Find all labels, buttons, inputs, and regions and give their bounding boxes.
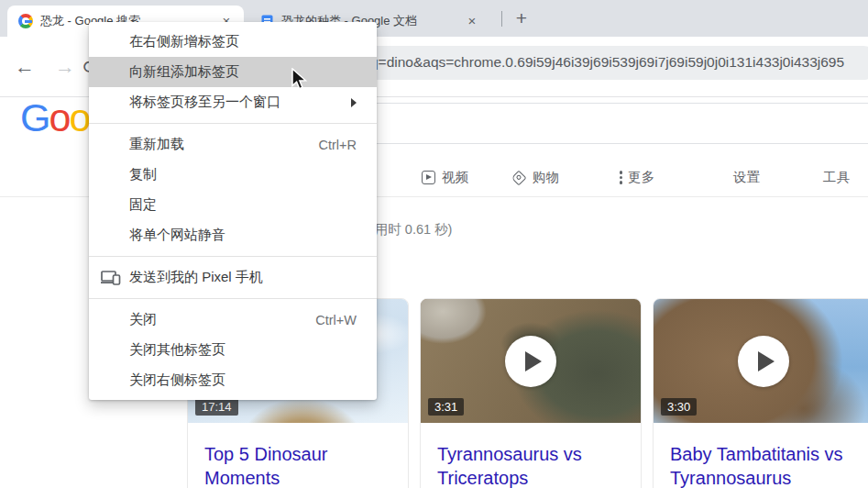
menu-item-new-tab-right[interactable]: 在右侧新增标签页 [89,27,377,57]
menu-item-duplicate[interactable]: 复制 [89,160,377,190]
menu-item-reload[interactable]: 重新加载 Ctrl+R [89,129,377,160]
nav-tab-videos[interactable]: 视频 [422,169,468,186]
video-title-link[interactable]: Baby Tambatitanis vs Tyrannosaurus [654,423,868,488]
tag-icon [511,170,527,185]
menu-item-send-to-pixel[interactable]: 发送到我的 Pixel 手机 [89,262,377,293]
menu-item-mute-site[interactable]: 将单个网站静音 [89,220,377,250]
forward-icon[interactable]: → [51,53,79,81]
nav-label: 更多 [628,169,654,186]
nav-label: 设置 [733,169,760,186]
url-text: q=dino&aqs=chrome.0.69i59j46i39j69i539j6… [370,54,844,71]
logo-letter: o [69,95,89,140]
video-card[interactable]: 3:31 Tyrannosaurus vs Triceratops [420,298,642,488]
video-thumbnail[interactable]: 3:31 [421,299,641,423]
tab-context-menu: 在右侧新增标签页 向新组添加标签页 将标签页移至另一个窗口 重新加载 Ctrl+… [89,22,377,400]
duration-badge: 3:30 [661,398,697,416]
video-title-link[interactable]: Top 5 Dinosaur Moments [188,423,408,488]
menu-item-pin[interactable]: 固定 [89,190,377,220]
menu-separator [89,123,377,124]
tab-close-icon[interactable]: × [464,13,480,29]
menu-item-move-tab-to-another-window[interactable]: 将标签页移至另一个窗口 [89,87,377,117]
shortcut-label: Ctrl+R [319,138,357,152]
devices-icon [101,271,121,285]
play-button-icon[interactable] [505,336,556,387]
menu-item-close-other-tabs[interactable]: 关闭其他标签页 [89,335,377,365]
shortcut-label: Ctrl+W [315,313,357,327]
nav-label: 购物 [533,169,559,186]
logo-letter: G [20,95,49,140]
video-icon [422,171,435,184]
tab-strip-divider [501,11,502,27]
result-stats: (用时 0.61 秒) [370,221,452,238]
more-dots-icon [620,171,622,183]
nav-tab-settings[interactable]: 设置 [733,169,760,186]
new-tab-button[interactable]: + [508,6,535,31]
video-title-link[interactable]: Tyrannosaurus vs Triceratops [421,423,641,488]
nav-label: 工具 [823,169,850,186]
submenu-arrow-icon [351,98,357,107]
nav-label: 视频 [442,169,468,186]
logo-letter: o [49,95,69,140]
mouse-cursor-icon [290,68,310,91]
google-favicon-icon [18,14,33,28]
nav-tab-shopping[interactable]: 购物 [511,169,559,186]
menu-item-close[interactable]: 关闭 Ctrl+W [89,305,377,335]
browser-window: 恐龙 - Google 搜索 × 恐龙的种类 - Google 文档 × + ←… [0,0,868,488]
menu-separator [89,256,377,257]
nav-tab-more[interactable]: 更多 [620,169,654,186]
menu-item-add-tab-to-new-group[interactable]: 向新组添加标签页 [89,57,377,87]
play-button-icon[interactable] [738,336,789,387]
duration-badge: 17:14 [195,398,238,416]
menu-separator [89,298,377,299]
back-icon[interactable]: ← [11,53,38,81]
video-thumbnail[interactable]: 3:30 [654,299,868,423]
menu-item-close-tabs-to-right[interactable]: 关闭右侧标签页 [89,365,377,395]
duration-badge: 3:31 [428,398,464,416]
video-card[interactable]: 3:30 Baby Tambatitanis vs Tyrannosaurus [653,298,868,488]
nav-tab-tools[interactable]: 工具 [823,169,850,186]
